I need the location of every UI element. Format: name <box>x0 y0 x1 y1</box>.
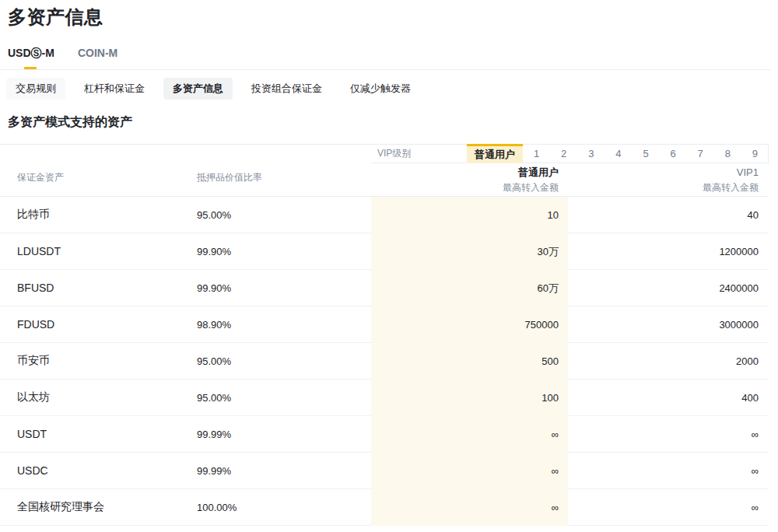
cell-vip1-max: 2400000 <box>568 270 769 306</box>
cell-vip1-max: ∞ <box>568 416 769 453</box>
nav-pill-reduce-only-triggers[interactable]: 仅减少触发器 <box>341 78 420 100</box>
cell-vip1-max: 3000000 <box>568 306 769 343</box>
table-row: BFUSD99.90%60万2400000 <box>0 270 769 306</box>
vip-level-selector: VIP级别 普通用户 123456789 <box>0 144 769 163</box>
cell-vip1-max: 2000 <box>568 343 769 380</box>
cell-margin-asset: FDUSD <box>0 306 179 343</box>
nav-pill-portfolio-margin[interactable]: 投资组合保证金 <box>242 78 331 100</box>
cell-margin-asset: 比特币 <box>0 197 179 233</box>
cell-normal-user-max: 60万 <box>371 270 568 306</box>
cell-normal-user-max: 30万 <box>371 233 568 270</box>
cell-normal-user-max: 500 <box>371 343 568 380</box>
cell-normal-user-max: ∞ <box>371 489 568 526</box>
tabs-divider <box>0 69 770 70</box>
page-title: 多资产信息 <box>8 5 103 30</box>
cell-collateral-ratio: 99.99% <box>179 453 371 489</box>
cell-margin-asset: LDUSDT <box>0 233 179 270</box>
vip-level-9[interactable]: 9 <box>741 144 769 163</box>
cell-collateral-ratio: 95.00% <box>179 343 371 380</box>
header-collateral-ratio: 抵押品价值比率 <box>179 163 371 196</box>
table-row: 全国核研究理事会100.00%∞∞ <box>0 489 769 526</box>
vip-level-1[interactable]: 1 <box>523 144 550 163</box>
table-row: 以太坊95.00%100400 <box>0 380 769 416</box>
cell-vip1-max: ∞ <box>568 489 769 526</box>
cell-collateral-ratio: 100.00% <box>179 489 371 526</box>
cell-margin-asset: 币安币 <box>0 343 179 380</box>
vip-tab-normal-user[interactable]: 普通用户 <box>467 144 523 163</box>
vip-selector-bottom-divider <box>371 163 769 163</box>
multi-assets-page: 多资产信息 USDⓈ-M COIN-M 交易规则杠杆和保证金多资产信息投资组合保… <box>0 0 778 532</box>
header-normal-user-max-transfer: 普通用户 最高转入金额 <box>371 163 568 196</box>
cell-normal-user-max: ∞ <box>371 453 568 489</box>
vip-level-3[interactable]: 3 <box>577 144 605 163</box>
multi-assets-table: VIP级别 普通用户 123456789 保证金资产 抵押品价值比率 普通用户 … <box>0 144 769 526</box>
cell-margin-asset: BFUSD <box>0 270 179 306</box>
vip-level-6[interactable]: 6 <box>660 144 687 163</box>
vip-level-4[interactable]: 4 <box>605 144 632 163</box>
table-row: FDUSD98.90%7500003000000 <box>0 306 769 343</box>
vip-level-label: VIP级别 <box>377 144 411 163</box>
cell-vip1-max: 400 <box>568 380 769 416</box>
nav-pill-trading-rules[interactable]: 交易规则 <box>6 78 65 100</box>
table-row: LDUSDT99.90%30万1200000 <box>0 233 769 270</box>
table-header-row: 保证金资产 抵押品价值比率 普通用户 最高转入金额 VIP1 最高转入金额 <box>0 163 769 197</box>
table-body: 比特币95.00%1040LDUSDT99.90%30万1200000BFUSD… <box>0 197 769 526</box>
cell-vip1-max: 1200000 <box>568 233 769 270</box>
cell-margin-asset: 以太坊 <box>0 380 179 416</box>
cell-vip1-max: ∞ <box>568 453 769 489</box>
nav-pills: 交易规则杠杆和保证金多资产信息投资组合保证金仅减少触发器 <box>6 78 420 100</box>
vip-level-tabs: 普通用户 123456789 <box>467 144 769 163</box>
cell-margin-asset: USDC <box>0 453 179 489</box>
cell-vip1-max: 40 <box>568 197 769 233</box>
tab-usds-m[interactable]: USDⓈ-M <box>8 47 54 61</box>
vip-selector-right-divider <box>768 144 769 163</box>
table-row: USDT99.99%∞∞ <box>0 416 769 453</box>
cell-normal-user-max: 100 <box>371 380 568 416</box>
header-normal-user-subtitle: 最高转入金额 <box>503 180 559 194</box>
vip-level-5[interactable]: 5 <box>632 144 659 163</box>
cell-normal-user-max: ∞ <box>371 416 568 453</box>
cell-margin-asset: USDT <box>0 416 179 453</box>
table-row: 币安币95.00%5002000 <box>0 343 769 380</box>
header-vip1-max-transfer: VIP1 最高转入金额 <box>568 163 769 196</box>
cell-collateral-ratio: 98.90% <box>179 306 371 343</box>
cell-collateral-ratio: 99.90% <box>179 270 371 306</box>
header-vip1-subtitle: 最高转入金额 <box>703 180 759 194</box>
table-row: 比特币95.00%1040 <box>0 197 769 233</box>
cell-collateral-ratio: 99.99% <box>179 416 371 453</box>
vip-level-2[interactable]: 2 <box>550 144 577 163</box>
table-row: USDC99.99%∞∞ <box>0 453 769 489</box>
section-title: 多资产模式支持的资产 <box>8 114 132 131</box>
cell-collateral-ratio: 95.00% <box>179 380 371 416</box>
cell-normal-user-max: 10 <box>371 197 568 233</box>
cell-collateral-ratio: 95.00% <box>179 197 371 233</box>
header-vip1-title: VIP1 <box>737 165 759 180</box>
tab-coin-m[interactable]: COIN-M <box>78 47 117 61</box>
cell-normal-user-max: 750000 <box>371 306 568 343</box>
vip-level-7[interactable]: 7 <box>687 144 714 163</box>
cell-collateral-ratio: 99.90% <box>179 233 371 270</box>
header-normal-user-title: 普通用户 <box>518 165 559 180</box>
vip-level-8[interactable]: 8 <box>714 144 741 163</box>
cell-margin-asset: 全国核研究理事会 <box>0 489 179 526</box>
market-tabs: USDⓈ-M COIN-M <box>8 47 117 61</box>
header-margin-asset: 保证金资产 <box>0 163 179 196</box>
nav-pill-multi-assets-info[interactable]: 多资产信息 <box>163 78 233 100</box>
nav-pill-leverage-margin[interactable]: 杠杆和保证金 <box>75 78 154 100</box>
